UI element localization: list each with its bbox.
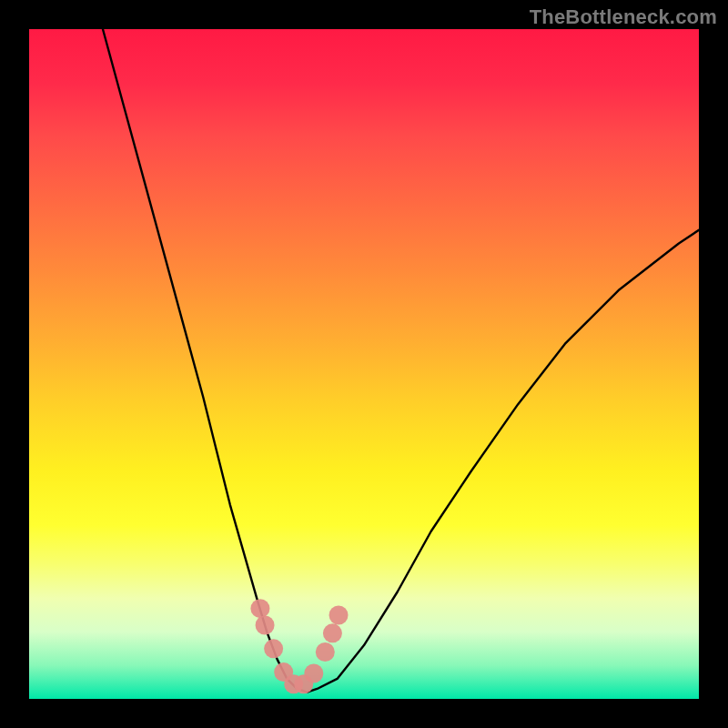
chart-svg — [29, 29, 699, 699]
plot-area — [29, 29, 699, 699]
chart-frame: TheBottleneck.com — [0, 0, 728, 728]
curve-point-marker — [264, 639, 283, 658]
curve-point-marker — [329, 606, 349, 625]
bottleneck-curve — [103, 29, 699, 693]
curve-point-marker — [323, 623, 342, 642]
curve-point-marker — [316, 642, 335, 662]
curve-point-marker — [250, 599, 269, 618]
curve-point-marker — [256, 616, 275, 635]
attribution-text: TheBottleneck.com — [530, 5, 717, 29]
curve-point-marker — [304, 664, 323, 683]
